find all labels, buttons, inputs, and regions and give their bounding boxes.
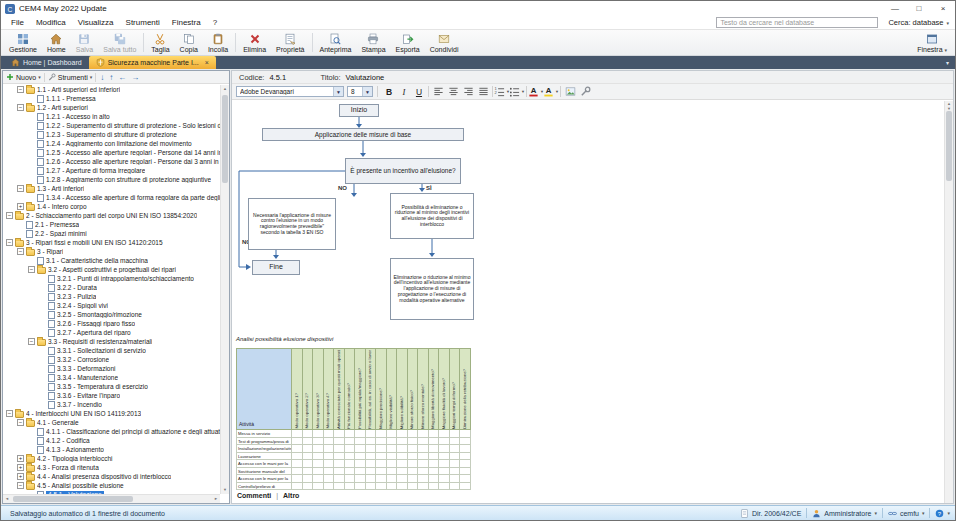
status-help[interactable]: ?▾ [935, 509, 950, 518]
table-cell[interactable] [397, 445, 408, 453]
align-left-button[interactable] [431, 85, 445, 98]
table-cell[interactable] [397, 483, 408, 491]
table-cell[interactable] [313, 430, 324, 438]
table-cell[interactable] [408, 468, 419, 476]
table-cell[interactable] [345, 438, 356, 446]
tree-item[interactable]: 4.1.3 - Azionamento [3, 445, 220, 454]
table-cell[interactable] [397, 475, 408, 483]
align-justify-button[interactable] [476, 85, 490, 98]
table-cell[interactable] [345, 483, 356, 491]
table-cell[interactable] [429, 445, 440, 453]
table-cell[interactable] [460, 453, 471, 461]
bullet-list-button[interactable]: ▼ [510, 85, 524, 98]
table-cell[interactable] [450, 430, 461, 438]
table-cell[interactable] [450, 453, 461, 461]
maximize-button[interactable]: □ [907, 1, 931, 16]
collapse-icon[interactable]: − [6, 239, 13, 246]
table-cell[interactable] [334, 468, 345, 476]
table-cell[interactable] [355, 460, 366, 468]
tab-home-dashboard[interactable]: Home | Dashboard [4, 56, 89, 69]
table-cell[interactable] [355, 475, 366, 483]
table-cell[interactable] [376, 483, 387, 491]
tree-item[interactable]: +4.3 - Forza di ritenuta [3, 463, 220, 472]
table-cell[interactable] [408, 445, 419, 453]
table-cell[interactable] [408, 460, 419, 468]
table-cell[interactable] [397, 430, 408, 438]
tree-item[interactable]: 3.3.6 - Evitare l'inparo [3, 391, 220, 400]
table-cell[interactable] [450, 468, 461, 476]
tree-item[interactable]: 3.3.1 - Sollecitazioni di servizio [3, 346, 220, 355]
table-cell[interactable] [439, 468, 450, 476]
table-cell[interactable] [450, 460, 461, 468]
tree-item[interactable]: −4 - Interblocchi UNI EN ISO 14119:2013 [3, 409, 220, 418]
table-cell[interactable] [345, 475, 356, 483]
table-cell[interactable] [439, 475, 450, 483]
table-cell[interactable] [292, 483, 303, 491]
tree-item[interactable]: 1.2.3 - Superamento di strutture di prot… [3, 130, 220, 139]
table-cell[interactable] [334, 475, 345, 483]
collapse-icon[interactable]: − [17, 482, 24, 489]
table-cell[interactable] [324, 460, 335, 468]
tree-item[interactable]: 3.2.7 - Apertura del riparo [3, 328, 220, 337]
menu-finestra[interactable]: Finestra [166, 18, 207, 27]
collapse-icon[interactable]: − [28, 338, 35, 345]
table-cell[interactable] [303, 445, 314, 453]
search-input[interactable] [716, 17, 878, 28]
tree-item[interactable]: 3.3.3 - Deformazioni [3, 364, 220, 373]
toolbar-button-home[interactable]: Home [42, 31, 71, 54]
toolbar-button-finestra[interactable]: Finestra ▾ [912, 32, 952, 54]
table-cell[interactable] [376, 460, 387, 468]
table-cell[interactable] [429, 438, 440, 446]
scrollbar-thumb[interactable] [222, 95, 228, 183]
table-cell[interactable] [387, 460, 398, 468]
tree-item[interactable]: 3.2.5 - Smontaggio/rimozione [3, 310, 220, 319]
tree-item[interactable]: 3.1 - Caratteristiche della macchina [3, 256, 220, 265]
table-cell[interactable] [450, 483, 461, 491]
tree-item[interactable]: 3.2.6 - Fissaggi riparo fisso [3, 319, 220, 328]
tree-item[interactable]: 4.1.2 - Codifica [3, 436, 220, 445]
move-right-button[interactable]: → [130, 73, 140, 82]
table-cell[interactable] [387, 475, 398, 483]
status-cemfu[interactable]: cemfu▾ [888, 509, 925, 518]
tree-item[interactable]: +4.4 - Analisi presenza dispositivo di i… [3, 472, 220, 481]
table-cell[interactable] [366, 453, 377, 461]
table-cell[interactable] [397, 460, 408, 468]
table-cell[interactable] [429, 460, 440, 468]
tools-button[interactable] [578, 85, 592, 98]
search-scope[interactable]: Cerca: database▾ [888, 18, 949, 27]
table-cell[interactable] [334, 460, 345, 468]
table-cell[interactable] [387, 468, 398, 476]
menu-modifica[interactable]: Modifica [30, 18, 72, 27]
table-cell[interactable] [387, 483, 398, 491]
tree-item[interactable]: 3.3.7 - Incendio [3, 400, 220, 409]
tree-item[interactable]: 3.2.4 - Spigoli vivi [3, 301, 220, 310]
table-cell[interactable] [345, 453, 356, 461]
table-cell[interactable] [366, 430, 377, 438]
table-cell[interactable] [439, 430, 450, 438]
table-cell[interactable] [355, 453, 366, 461]
table-cell[interactable] [429, 453, 440, 461]
scroll-down-icon[interactable]: ▼ [221, 486, 229, 494]
tree-item[interactable]: 1.2.6 - Accesso alle aperture regolari -… [3, 157, 220, 166]
toolbar-button-salva[interactable]: Salva [71, 31, 99, 54]
table-cell[interactable] [366, 475, 377, 483]
table-cell[interactable] [324, 468, 335, 476]
table-cell[interactable] [313, 453, 324, 461]
table-cell[interactable] [324, 475, 335, 483]
tree-item[interactable]: +4.2 - Tipologia interblocchi [3, 454, 220, 463]
table-cell[interactable] [450, 475, 461, 483]
table-cell[interactable] [366, 483, 377, 491]
status-dir-2006-42-ce[interactable]: Dir. 2006/42/CE [740, 509, 801, 518]
bold-button[interactable]: B [382, 85, 396, 98]
tree-item[interactable]: 3.3.5 - Temperatura di esercizio [3, 382, 220, 391]
table-cell[interactable] [324, 430, 335, 438]
tree-item[interactable]: −3 - Ripari fissi e mobili UNI EN ISO 14… [3, 238, 220, 247]
table-cell[interactable] [292, 453, 303, 461]
table-cell[interactable] [408, 453, 419, 461]
toolbar-button-taglia[interactable]: Taglia [146, 31, 174, 54]
scroll-right-icon[interactable]: ► [212, 495, 220, 503]
table-cell[interactable] [418, 468, 429, 476]
toolbar-button-incolla[interactable]: Incolla [203, 31, 233, 54]
table-cell[interactable] [408, 430, 419, 438]
collapse-icon[interactable]: − [17, 185, 24, 192]
